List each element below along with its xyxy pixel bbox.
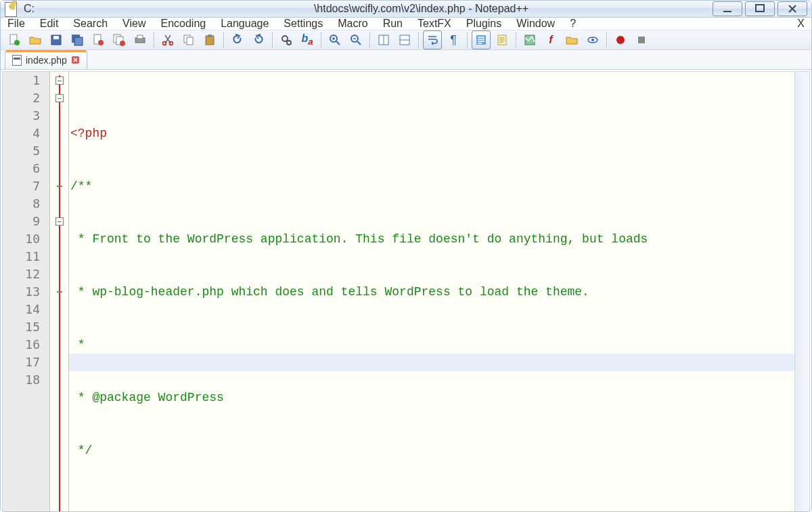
fold-column[interactable]: − − −: [50, 72, 69, 512]
svg-point-15: [163, 42, 166, 45]
sync-v-button[interactable]: [374, 30, 393, 49]
svg-rect-18: [187, 37, 193, 45]
close-file-button[interactable]: [89, 30, 108, 49]
zoom-out-icon: [350, 34, 362, 46]
replace-button[interactable]: ba: [298, 30, 317, 49]
lineno: 16: [3, 336, 40, 354]
current-line-highlight: [69, 354, 794, 371]
menu-settings[interactable]: Settings: [284, 18, 323, 30]
lineno: 11: [3, 248, 40, 265]
sync-h-icon: [399, 34, 411, 46]
lineno: 4: [3, 125, 40, 142]
lineno: 5: [3, 142, 40, 160]
lineno: 10: [3, 230, 40, 248]
tab-index-php[interactable]: index.php: [5, 50, 87, 69]
fold-toggle[interactable]: −: [55, 94, 64, 102]
toolbar-separator: [467, 32, 468, 48]
svg-rect-14: [137, 35, 143, 39]
new-file-button[interactable]: [5, 30, 24, 49]
lineno: 14: [3, 301, 40, 318]
indent-icon: [475, 34, 487, 46]
menu-edit[interactable]: Edit: [40, 18, 59, 30]
menubar: File Edit Search View Encoding Language …: [1, 18, 811, 30]
func-list-button[interactable]: f: [541, 30, 560, 49]
svg-rect-1: [756, 5, 764, 12]
folder-workspace-button[interactable]: [562, 30, 581, 49]
replace-icon: ba: [301, 33, 313, 47]
menu-help[interactable]: ?: [570, 18, 576, 30]
zoom-out-button[interactable]: [346, 30, 365, 49]
title-path: \htdocs\wcifly.com\v2\index.php - Notepa…: [314, 3, 528, 14]
copy-button[interactable]: [179, 30, 198, 49]
menu-language[interactable]: Language: [221, 18, 269, 30]
monitor-button[interactable]: [583, 30, 602, 49]
print-button[interactable]: [131, 30, 150, 49]
code-text: <?php: [70, 127, 107, 140]
minimize-icon: [723, 4, 732, 14]
minimize-button[interactable]: [713, 1, 742, 16]
paste-button[interactable]: [200, 30, 219, 49]
menu-file[interactable]: File: [7, 18, 25, 30]
indent-guide-button[interactable]: [472, 30, 491, 49]
code-text: /**: [70, 179, 92, 193]
wordwrap-icon: [426, 34, 438, 46]
stop-macro-button[interactable]: [632, 30, 651, 49]
folder-icon: [566, 34, 578, 46]
svg-rect-20: [208, 35, 212, 37]
maximize-icon: [755, 4, 765, 14]
open-folder-icon: [29, 34, 41, 46]
func-icon: f: [549, 34, 552, 46]
save-all-button[interactable]: [68, 30, 87, 49]
show-symbols-button[interactable]: ¶: [444, 30, 463, 49]
menu-view[interactable]: View: [122, 18, 145, 30]
menu-close-x[interactable]: X: [797, 18, 805, 30]
toolbar-separator: [154, 32, 154, 48]
user-lang-button[interactable]: [493, 30, 512, 49]
code-area[interactable]: <?php /** * Front to the WordPress appli…: [69, 72, 794, 512]
toolbar-separator: [223, 32, 224, 48]
close-window-button[interactable]: [777, 1, 807, 16]
undo-button[interactable]: [228, 30, 247, 49]
lineno: 12: [3, 265, 40, 283]
code-text: * wp-blog-header.php which does and tell…: [70, 285, 589, 299]
code-text: */: [70, 444, 92, 457]
line-number-gutter: 1 2 3 4 5 6 7 8 9 10 11 12 13 14 15 16 1…: [3, 72, 50, 512]
menu-encoding[interactable]: Encoding: [160, 18, 206, 30]
lineno: 9: [3, 213, 40, 230]
find-button[interactable]: [277, 30, 296, 49]
menu-window[interactable]: Window: [516, 18, 555, 30]
print-icon: [134, 34, 146, 46]
menu-textfx[interactable]: TextFX: [418, 18, 451, 30]
svg-rect-5: [53, 36, 59, 39]
menu-macro[interactable]: Macro: [338, 18, 367, 30]
svg-point-12: [120, 41, 125, 46]
menu-run[interactable]: Run: [383, 18, 403, 30]
sync-v-icon: [378, 34, 390, 46]
zoom-in-button[interactable]: [325, 30, 344, 49]
menu-search[interactable]: Search: [73, 18, 108, 30]
redo-icon: [252, 34, 265, 46]
cut-button[interactable]: [158, 30, 177, 49]
lineno: 8: [3, 195, 40, 213]
record-icon: [614, 34, 627, 46]
tab-close-button[interactable]: [71, 56, 80, 64]
close-all-button[interactable]: [110, 30, 129, 49]
vertical-scrollbar[interactable]: [794, 72, 809, 512]
doc-map-button[interactable]: [520, 30, 539, 49]
fold-toggle[interactable]: −: [55, 77, 64, 85]
save-button[interactable]: [47, 30, 66, 49]
code-text: * @package WordPress: [70, 391, 224, 404]
open-file-button[interactable]: [26, 30, 45, 49]
record-macro-button[interactable]: [611, 30, 630, 49]
sync-h-button[interactable]: [395, 30, 414, 49]
toolbar-separator: [418, 32, 419, 48]
wordwrap-button[interactable]: [423, 30, 442, 49]
maximize-button[interactable]: [745, 1, 775, 16]
doc-icon: [496, 34, 508, 46]
redo-button[interactable]: [249, 30, 268, 49]
fold-toggle[interactable]: −: [55, 217, 64, 226]
svg-point-22: [287, 41, 291, 45]
menu-plugins[interactable]: Plugins: [466, 18, 501, 30]
svg-point-32: [616, 36, 625, 44]
file-icon: [12, 55, 22, 66]
